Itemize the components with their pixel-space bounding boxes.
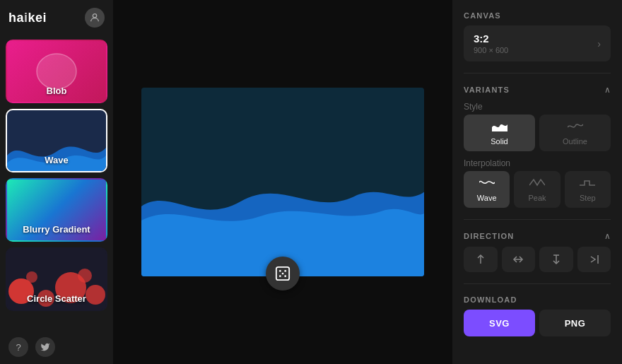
direction-left-btn[interactable] [464,247,498,272]
download-section: DOWNLOAD SVG PNG [464,295,611,336]
divider-2 [464,219,611,220]
wave-interp-icon [479,177,495,191]
sidebar-item-circle-scatter[interactable]: Circle Scatter [6,247,107,311]
sidebar-item-blob[interactable]: Blob [6,40,107,103]
divider-3 [464,283,611,284]
style-group: Style Solid Outline [464,102,611,151]
direction-chevron-icon: ∧ [604,231,611,241]
direction-section-header: DIRECTION ∧ [464,231,611,241]
canvas-size-info: 3:2 900 × 600 [474,33,508,54]
style-btn-group: Solid Outline [464,115,611,151]
sidebar-items: Blob Wave Blurry Gradient [0,35,113,330]
canvas-preview [141,88,424,276]
right-panel: CANVAS 3:2 900 × 600 › VARIANTS ∧ Style [452,0,622,364]
style-label: Style [464,102,611,112]
sidebar-item-blurry-label: Blurry Gradient [7,224,106,235]
interp-wave-label: Wave [477,194,497,202]
interp-step-btn[interactable]: Step [565,171,611,208]
variants-section-header: VARIANTS ∧ [464,85,611,95]
variants-chevron-icon: ∧ [604,85,611,95]
svg-point-10 [279,270,281,272]
sidebar-footer: ? [0,330,113,364]
avatar-icon[interactable] [85,8,105,28]
canvas-ratio: 3:2 [474,33,508,45]
svg-point-1 [37,54,76,89]
download-section-title: DOWNLOAD [464,295,611,304]
sidebar-item-wave[interactable]: Wave [6,109,107,172]
sidebar: haikei Blob Wave [0,0,113,364]
sidebar-item-blob-label: Blob [7,86,106,96]
direction-btn-group [464,247,611,272]
direction-down-btn[interactable] [539,247,573,272]
canvas-chevron-icon: › [597,38,601,49]
divider-1 [464,73,611,74]
style-outline-btn[interactable]: Outline [539,115,611,151]
peak-icon [529,177,545,191]
style-solid-btn[interactable]: Solid [464,115,535,151]
svg-point-0 [93,14,96,18]
svg-point-14 [282,273,284,275]
sidebar-item-circle-scatter-label: Circle Scatter [7,293,106,304]
svg-point-12 [279,275,281,277]
logo: haikei [8,11,47,25]
interpolation-group: Interpolation Wave P [464,158,611,208]
interp-peak-btn[interactable]: Peak [514,171,560,208]
outline-icon [568,120,583,134]
canvas-section: CANVAS 3:2 900 × 600 › [464,11,611,61]
style-solid-label: Solid [491,137,507,146]
download-btn-group: SVG PNG [464,310,611,336]
canvas-size-selector[interactable]: 3:2 900 × 600 › [464,25,611,61]
direction-right-btn[interactable] [577,247,611,272]
download-svg-btn[interactable]: SVG [464,310,535,336]
canvas-dimensions: 900 × 600 [474,46,508,54]
svg-point-7 [26,271,37,283]
interp-wave-btn[interactable]: Wave [464,171,510,208]
direction-section-title: DIRECTION [464,232,514,240]
direction-up-btn[interactable] [502,247,536,272]
svg-point-8 [78,269,92,283]
svg-point-11 [284,270,286,272]
sidebar-item-blurry-gradient[interactable]: Blurry Gradient [6,178,107,242]
sidebar-header: haikei [0,0,113,35]
step-icon [580,177,595,191]
canvas-section-title: CANVAS [464,11,611,20]
style-outline-label: Outline [563,137,587,146]
interp-step-label: Step [580,194,596,202]
variants-section-title: VARIANTS [464,86,510,94]
solid-icon [492,120,507,134]
variants-section: VARIANTS ∧ Style Solid [464,85,611,208]
randomize-button[interactable] [266,257,300,290]
sidebar-item-wave-label: Wave [7,155,106,165]
twitter-icon[interactable] [35,337,55,357]
main-area [113,0,452,364]
interpolation-label: Interpolation [464,158,611,168]
interp-peak-label: Peak [528,194,546,202]
svg-point-13 [284,275,286,277]
download-png-btn[interactable]: PNG [539,310,611,336]
interpolation-btn-group: Wave Peak Step [464,171,611,208]
direction-section: DIRECTION ∧ [464,231,611,272]
help-icon[interactable]: ? [8,337,28,357]
